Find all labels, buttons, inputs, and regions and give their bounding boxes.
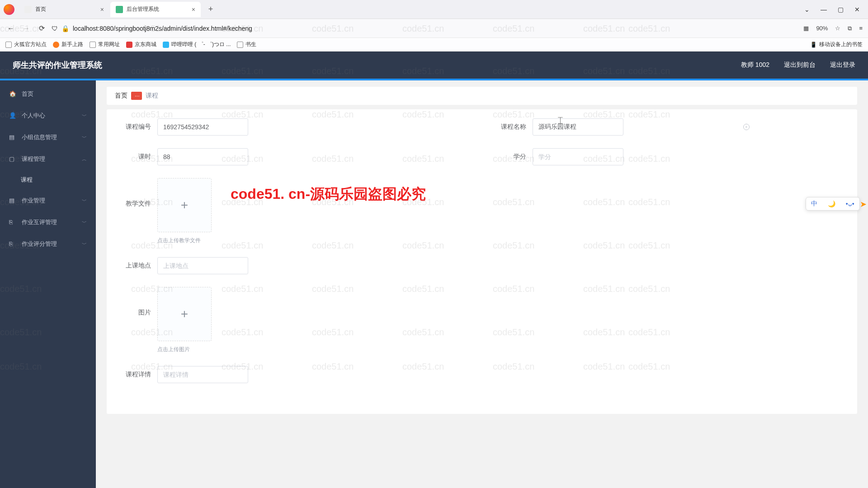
arrow-right-icon[interactable]: ➤	[860, 199, 867, 209]
user-badge[interactable]: 教师 1002	[741, 61, 769, 69]
chevron-down-icon[interactable]: ⌄	[804, 6, 810, 13]
grade-icon: ⎘	[9, 240, 16, 248]
home-icon: 🏠	[9, 90, 16, 98]
add-tab-button[interactable]: +	[204, 3, 217, 16]
browser-tab[interactable]: 首页 ×	[19, 2, 109, 17]
logout-link[interactable]: 退出登录	[830, 61, 855, 69]
browser-tab[interactable]: 后台管理系统 ×	[110, 2, 201, 17]
zoom-level[interactable]: 90%	[816, 25, 828, 32]
sidebar-item-course[interactable]: ▢ 课程管理 ︿	[0, 148, 96, 170]
detail-input[interactable]	[157, 366, 248, 383]
bookmark-item[interactable]: 京东商城	[126, 41, 156, 48]
back-icon[interactable]: ←	[5, 24, 16, 33]
bookmarks-bar: 火狐官方站点 新手上路 常用网址 京东商城 哔哩哔哩 ( ゜- ゜)つロ ...…	[0, 38, 868, 52]
chevron-down-icon: ﹀	[82, 197, 87, 204]
label-course-name: 课程名称	[495, 123, 526, 131]
homework-icon: ▤	[9, 197, 16, 204]
chevron-down-icon: ﹀	[82, 219, 87, 226]
upload-image-hint: 点击上传图片	[157, 346, 190, 353]
ime-toolbar[interactable]: 中 🌙 •ᴗ• ➤	[806, 197, 860, 211]
minimize-icon[interactable]: —	[821, 6, 827, 13]
breadcrumb: 首页 ⋯ 课程	[107, 87, 857, 105]
plus-icon: +	[181, 198, 188, 212]
sidebar-item-grading[interactable]: ⎘ 作业评分管理 ﹀	[0, 233, 96, 255]
lock-icon: 🔒	[61, 25, 69, 32]
course-form: 课程编号 课程名称 × ⌶ 课时 学分	[107, 109, 857, 414]
label-hours: 课时	[120, 153, 151, 161]
maximize-icon[interactable]: ▢	[838, 6, 844, 13]
sidebar-subitem-course[interactable]: 课程	[0, 170, 96, 190]
chevron-down-icon: ﹀	[82, 241, 87, 248]
firefox-icon	[4, 4, 14, 15]
browser-tabs: 首页 × 后台管理系统 × + ⌄ — ▢ ✕	[0, 0, 868, 19]
chevron-down-icon: ﹀	[82, 113, 87, 119]
main-content: 首页 ⋯ 课程 课程编号 课程名称 × ⌶	[96, 80, 868, 488]
user-icon: 👤	[9, 112, 16, 119]
hours-input[interactable]	[157, 148, 248, 165]
chevron-up-icon: ︿	[82, 156, 87, 163]
breadcrumb-current: 课程	[146, 92, 158, 100]
breadcrumb-home[interactable]: 首页	[115, 92, 127, 100]
location-input[interactable]	[157, 257, 248, 274]
app-title: 师生共评的作业管理系统	[13, 60, 102, 70]
bookmark-item[interactable]: 哔哩哔哩 ( ゜- ゜)つロ ...	[163, 41, 231, 48]
url-box[interactable]: 🛡 🔒 localhost:8080/springbootj8m2s/admin…	[52, 25, 799, 32]
ime-lang[interactable]: 中	[811, 200, 817, 208]
label-file: 教学文件	[120, 200, 151, 208]
chevron-down-icon: ﹀	[82, 134, 87, 141]
moon-icon[interactable]: 🌙	[828, 200, 835, 207]
close-window-icon[interactable]: ✕	[854, 6, 860, 13]
sidebar-item-homework[interactable]: ▤ 作业管理 ﹀	[0, 190, 96, 211]
ime-mode[interactable]: •ᴗ•	[846, 200, 854, 207]
tab-title: 后台管理系统	[127, 5, 159, 13]
breadcrumb-sep-icon: ⋯	[131, 92, 142, 100]
sidebar-item-home[interactable]: 🏠 首页	[0, 83, 96, 105]
mobile-bookmarks[interactable]: 📱移动设备上的书签	[810, 41, 863, 48]
plus-icon: +	[181, 307, 188, 321]
menu-icon[interactable]: ≡	[859, 25, 863, 32]
bookmark-star-icon[interactable]: ☆	[835, 25, 840, 32]
bookmark-item[interactable]: 新手上路	[53, 41, 83, 48]
app-header: 师生共评的作业管理系统 教师 1002 退出到前台 退出登录	[0, 52, 868, 80]
clear-icon[interactable]: ×	[743, 124, 750, 130]
credit-input[interactable]	[533, 148, 623, 165]
qr-icon[interactable]: ▦	[803, 25, 809, 32]
bookmark-item[interactable]: 书生	[237, 41, 256, 48]
close-icon[interactable]: ×	[192, 6, 195, 13]
label-location: 上课地点	[120, 262, 151, 270]
sidebar-item-peer-review[interactable]: ⎘ 作业互评管理 ﹀	[0, 211, 96, 233]
window-controls: ⌄ — ▢ ✕	[804, 6, 868, 13]
tab-title: 首页	[35, 5, 46, 13]
upload-image-box[interactable]: +	[157, 287, 212, 341]
url-text: localhost:8080/springbootj8m2s/admin/dis…	[73, 25, 252, 32]
exit-to-front-link[interactable]: 退出到前台	[784, 61, 816, 69]
address-bar: ← → ⟳ 🛡 🔒 localhost:8080/springbootj8m2s…	[0, 19, 868, 38]
upload-file-box[interactable]: +	[157, 178, 212, 232]
forward-icon[interactable]: →	[21, 24, 32, 33]
course-icon: ▢	[9, 155, 16, 163]
sidebar-item-group[interactable]: ▤ 小组信息管理 ﹀	[0, 127, 96, 148]
bookmark-item[interactable]: 火狐官方站点	[5, 41, 47, 48]
extension-icon[interactable]: ⧉	[848, 25, 852, 32]
course-no-input[interactable]	[157, 118, 248, 136]
group-icon: ▤	[9, 134, 16, 141]
review-icon: ⎘	[9, 219, 16, 226]
label-image: 图片	[120, 309, 151, 317]
favicon-icon	[24, 6, 32, 13]
course-name-input[interactable]	[533, 118, 623, 136]
sidebar-item-profile[interactable]: 👤 个人中心 ﹀	[0, 105, 96, 127]
bookmark-item[interactable]: 常用网址	[90, 41, 120, 48]
favicon-icon	[116, 6, 123, 13]
label-credit: 学分	[495, 153, 526, 161]
sidebar: 🏠 首页 👤 个人中心 ﹀ ▤ 小组信息管理 ﹀ ▢ 课程管理 ︿ 课程 ▤ 作…	[0, 80, 96, 488]
close-icon[interactable]: ×	[100, 6, 104, 13]
shield-icon: 🛡	[52, 25, 58, 32]
label-course-no: 课程编号	[120, 123, 151, 131]
label-detail: 课程详情	[120, 371, 151, 379]
reload-icon[interactable]: ⟳	[36, 24, 47, 33]
upload-file-hint: 点击上传教学文件	[157, 237, 201, 244]
text-cursor-icon: ⌶	[558, 116, 563, 125]
